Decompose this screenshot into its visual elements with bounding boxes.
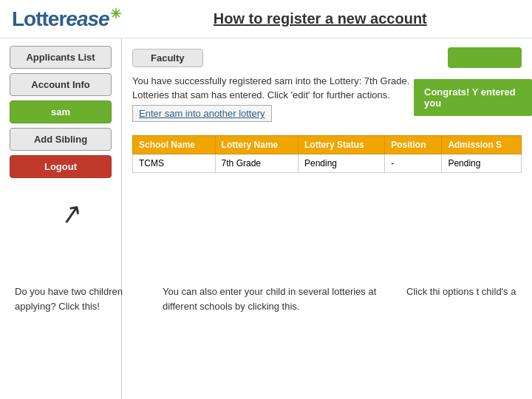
cell-position: - [385,154,442,173]
table-row: TCMS 7th Grade Pending - Pending [133,154,522,173]
faculty-tab[interactable]: Faculty [132,49,203,67]
annotation-center: You can also enter your child in several… [140,284,392,313]
cell-admission: Pending [442,154,522,173]
logo: Lotterease✳ [12,6,120,31]
header: Lotterease✳ How to register a new accoun… [0,0,532,38]
table-header-row: School Name Lottery Name Lottery Status … [133,136,522,154]
col-position: Position [385,136,442,154]
col-school-name: School Name [133,136,216,154]
sidebar-item-logout[interactable]: Logout [10,155,112,178]
sidebar-item-sam[interactable]: sam [10,100,112,123]
col-admission-status: Admission S [442,136,522,154]
congrats-box: Congrats! Y entered you [414,79,532,116]
cell-status: Pending [299,154,385,173]
col-lottery-name: Lottery Name [215,136,298,154]
annotation-right: Click thi options t child's a [406,284,525,299]
faculty-action-button[interactable] [448,47,522,68]
logo-ease: ease [66,8,109,31]
bottom-annotations: Do you have two children applying? Click… [0,270,532,399]
cell-school: TCMS [133,154,216,173]
cell-lottery: 7th Grade [215,154,298,173]
faculty-bar: Faculty [132,47,522,68]
enter-lottery-link[interactable]: Enter sam into another lottery [132,105,272,122]
annotation-left: Do you have two children applying? Click… [7,284,126,313]
page-title: How to register a new account [120,10,520,27]
sidebar-item-applicants-list[interactable]: Applicants List [10,46,112,69]
sidebar-item-add-sibling[interactable]: Add Sibling [10,128,112,151]
sidebar-item-account-info[interactable]: Account Info [10,73,112,96]
lottery-table: School Name Lottery Name Lottery Status … [132,135,522,173]
logo-lotter: Lotter [12,8,66,31]
logo-star: ✳ [110,7,120,21]
col-lottery-status: Lottery Status [299,136,385,154]
